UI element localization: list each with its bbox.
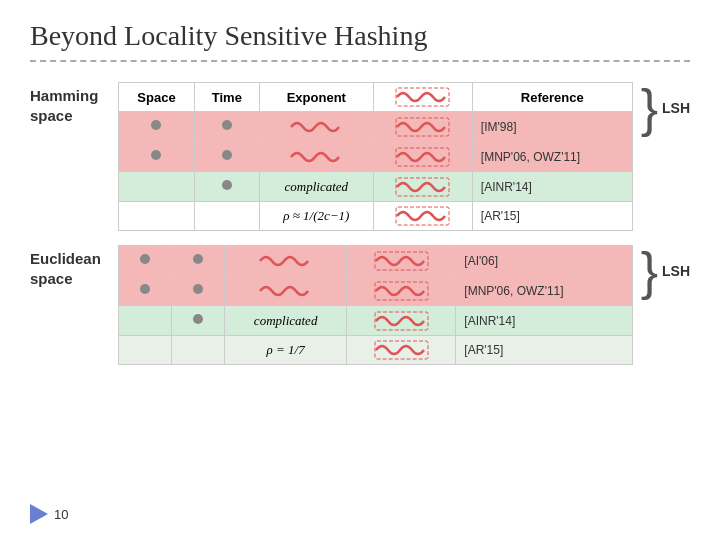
col-header-exponent: Exponent [259,83,373,112]
col-header-reference: Reference [472,83,632,112]
e4-squig [347,336,456,365]
h1-exponent [259,112,373,142]
hamming-table: Space Time Exponent Reference [118,82,633,231]
e3-ref: [AINR'14] [456,306,632,336]
hamming-table-wrapper: Space Time Exponent Reference [118,82,633,231]
hamming-row-4: ρ ≈ 1/(2c−1) [AR'15] [119,202,633,231]
hamming-section: Hamming space Space Time Exponent [30,82,690,231]
hamming-brace-group: } LSH [641,82,690,134]
h2-space [119,142,195,172]
svg-point-16 [193,314,203,324]
e1-exponent [225,246,347,276]
svg-point-2 [222,120,232,130]
h4-squig [373,202,472,231]
h3-squig [373,172,472,202]
svg-point-7 [222,180,232,190]
svg-point-10 [140,254,150,264]
euclidean-section: Euclidean space [30,245,690,365]
e3-time [172,306,225,336]
hamming-row-2: [MNP'06, OWZ'11] [119,142,633,172]
slide: Beyond Locality Sensitive Hashing Hammin… [0,0,720,540]
h2-exponent [259,142,373,172]
e4-ref: [AR'15] [456,336,632,365]
col-header-space: Space [119,83,195,112]
h2-time [194,142,259,172]
svg-point-5 [222,150,232,160]
svg-point-4 [151,150,161,160]
eu-row-1: [AI'06] [119,246,633,276]
eu-row-2: [MNP'06, OWZ'11] [119,276,633,306]
nav-arrow-icon[interactable] [30,504,48,524]
h2-ref: [MNP'06, OWZ'11] [472,142,632,172]
h1-space [119,112,195,142]
e1-ref: [AI'06] [456,246,632,276]
e3-squig [347,306,456,336]
hamming-row-1: [IM'98] [119,112,633,142]
h4-time [194,202,259,231]
e1-squig [347,246,456,276]
h1-ref: [IM'98] [472,112,632,142]
footer: 10 [30,504,68,524]
svg-point-13 [140,284,150,294]
e2-exponent [225,276,347,306]
e2-time [172,276,225,306]
e2-space [119,276,172,306]
footer-nav: 10 [30,504,68,524]
euclidean-brace-group: } LSH [641,245,690,297]
e2-ref: [MNP'06, OWZ'11] [456,276,632,306]
content-area: Hamming space Space Time Exponent [30,82,690,365]
e1-time [172,246,225,276]
hamming-label: Hamming space [30,82,110,125]
hamming-row-3: complicated [AINR'14] [119,172,633,202]
euclidean-label: Euclidean space [30,245,110,288]
page-number: 10 [54,507,68,522]
eu-row-3: complicated [AINR'14] [119,306,633,336]
euclidean-table: [AI'06] [118,245,633,365]
slide-title: Beyond Locality Sensitive Hashing [30,20,690,62]
e3-exponent: complicated [225,306,347,336]
h3-ref: [AINR'14] [472,172,632,202]
h4-ref: [AR'15] [472,202,632,231]
h3-exponent: complicated [259,172,373,202]
euclidean-brace: } [641,245,658,297]
e4-time [172,336,225,365]
h3-space [119,172,195,202]
col-header-squig [373,83,472,112]
h1-squig [373,112,472,142]
h4-exponent: ρ ≈ 1/(2c−1) [259,202,373,231]
e3-space [119,306,172,336]
hamming-brace: } [641,82,658,134]
e1-space [119,246,172,276]
eu-row-4: ρ = 1/7 [AR'15] [119,336,633,365]
col-header-time: Time [194,83,259,112]
e2-squig [347,276,456,306]
svg-point-14 [193,284,203,294]
h1-time [194,112,259,142]
e4-exponent: ρ = 1/7 [225,336,347,365]
euclidean-lsh: LSH [662,263,690,279]
euclidean-table-wrapper: [AI'06] [118,245,633,365]
hamming-lsh: LSH [662,100,690,116]
svg-point-1 [151,120,161,130]
svg-point-11 [193,254,203,264]
h3-time [194,172,259,202]
h4-space [119,202,195,231]
e4-space [119,336,172,365]
h2-squig [373,142,472,172]
